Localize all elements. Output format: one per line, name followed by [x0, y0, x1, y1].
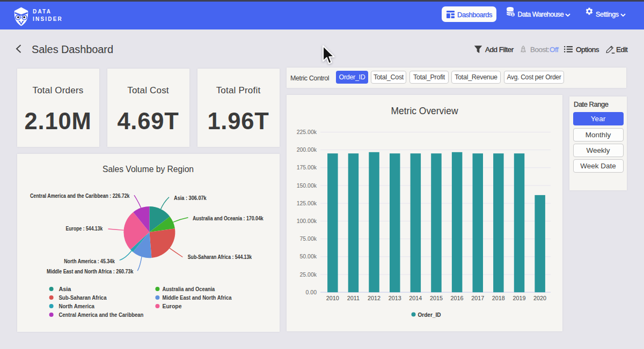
- svg-text:125.00k: 125.00k: [297, 200, 317, 206]
- svg-text:75.00k: 75.00k: [299, 235, 317, 242]
- svg-text:2017: 2017: [471, 295, 484, 301]
- svg-text:Europe: Europe: [162, 303, 181, 309]
- svg-text:225.00k: 225.00k: [297, 129, 317, 135]
- svg-text:Sub-Saharan Africa : 544.13k: Sub-Saharan Africa : 544.13k: [187, 254, 251, 260]
- svg-text:Central America and the Caribb: Central America and the Caribbean: [58, 311, 143, 318]
- svg-text:2019: 2019: [513, 295, 525, 301]
- svg-text:Europe : 544.13k: Europe : 544.13k: [65, 225, 103, 232]
- svg-text:North America : 45.34k: North America : 45.34k: [64, 257, 115, 264]
- svg-text:North America: North America: [58, 303, 94, 309]
- svg-text:Order_ID: Order_ID: [418, 311, 441, 318]
- svg-text:2013: 2013: [389, 295, 401, 301]
- svg-text:150.00k: 150.00k: [297, 182, 317, 189]
- svg-text:Metric Overview: Metric Overview: [391, 106, 458, 116]
- svg-text:Middle East and North Africa :: Middle East and North Africa : 260.73k: [47, 268, 134, 274]
- svg-text:Asia : 306.07k: Asia : 306.07k: [174, 195, 207, 201]
- svg-text:2018: 2018: [492, 295, 505, 301]
- svg-text:50.00k: 50.00k: [299, 253, 317, 259]
- svg-text:Sales Volume by Region: Sales Volume by Region: [103, 164, 194, 174]
- svg-text:Asia: Asia: [58, 286, 71, 292]
- svg-text:2016: 2016: [451, 295, 464, 301]
- svg-text:2020: 2020: [533, 295, 546, 301]
- svg-text:200.00k: 200.00k: [297, 146, 317, 153]
- svg-text:175.00k: 175.00k: [297, 164, 317, 170]
- svg-text:2011: 2011: [347, 295, 360, 301]
- svg-text:2012: 2012: [368, 295, 380, 301]
- svg-text:Sub-Saharan Africa: Sub-Saharan Africa: [58, 294, 106, 301]
- svg-text:Australia and Oceania: Australia and Oceania: [162, 286, 215, 292]
- svg-text:25.00k: 25.00k: [299, 271, 317, 278]
- svg-text:0.00: 0.00: [306, 289, 317, 295]
- svg-text:2014: 2014: [409, 295, 422, 301]
- svg-text:Australia and Oceania : 170.04: Australia and Oceania : 170.04k: [193, 215, 264, 221]
- svg-text:2015: 2015: [430, 295, 443, 301]
- svg-text:2010: 2010: [326, 295, 339, 301]
- svg-text:100.00k: 100.00k: [297, 218, 317, 224]
- svg-text:Middle East and North Africa: Middle East and North Africa: [162, 294, 231, 301]
- svg-text:Central America and the Caribb: Central America and the Caribbean : 226.…: [30, 192, 130, 199]
